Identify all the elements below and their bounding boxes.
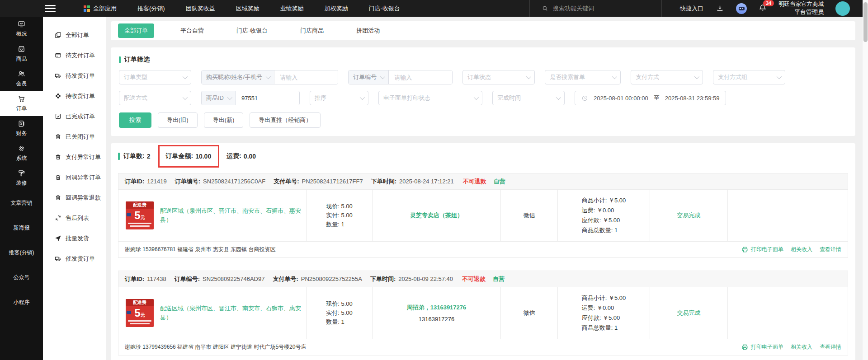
order-menu-callback-abnormal[interactable]: 回调异常订单 — [43, 167, 106, 187]
order-menu-urge-ship[interactable]: 催发货订单 — [43, 248, 106, 269]
shipping-address: 谢婉珍 13799439656 福建省 南平市 建阳区 建宁街道 时代广场5号楼… — [125, 343, 306, 351]
order-menu-aftersale[interactable]: 售后列表 — [43, 208, 106, 228]
topbar-item-all-apps[interactable]: 全部应用 — [84, 5, 117, 13]
pay-method-select[interactable]: 支付方式 — [631, 70, 703, 84]
export-direct-button[interactable]: 导出直推（经销商） — [250, 112, 321, 128]
notifications[interactable]: 34 — [759, 4, 767, 13]
total-qty-line: 商品总数量: 1 — [582, 225, 626, 235]
printer-icon[interactable] — [741, 246, 748, 253]
avatar[interactable] — [835, 1, 850, 16]
tab-store-cashier[interactable]: 门店-收银台 — [230, 23, 274, 38]
sidebar-item-label: 公众号 — [14, 274, 30, 281]
sort-select[interactable]: 排序 — [310, 91, 368, 105]
store-name-link[interactable]: 灵芝专卖店（茶姐） — [410, 211, 463, 220]
buyer-name-link[interactable]: 周招弟，13163917276 — [407, 304, 467, 312]
order-no-field-select[interactable]: 订单编号 — [349, 70, 389, 84]
tab-group-activity[interactable]: 拼团活动 — [350, 23, 386, 38]
payable-line: 应付款: ￥5.00 — [582, 313, 626, 323]
printer-icon[interactable] — [741, 344, 748, 351]
order-type-select[interactable]: 订单类型 — [119, 70, 191, 84]
delivery-select[interactable]: 配送方式 — [119, 91, 191, 105]
sidebar-item-article-marketing[interactable]: 文章营销 — [0, 191, 43, 215]
order-id-label: 订单ID: — [125, 275, 144, 283]
order-menu-pay-abnormal[interactable]: 支付异常订单 — [43, 147, 106, 167]
truck-icon — [55, 255, 61, 262]
first-order-select[interactable]: 是否搜索首单 — [545, 70, 621, 84]
pay-method-label: 支付方式 — [636, 73, 659, 81]
search-input[interactable] — [553, 5, 621, 12]
apps-grid-icon — [84, 5, 90, 12]
order-menu-callback-refund[interactable]: 回调异常退款 — [43, 187, 106, 208]
topbar-item-weighted-reward[interactable]: 加权奖励 — [325, 5, 348, 13]
product-id-input[interactable] — [236, 91, 299, 105]
finish-time-select[interactable]: 完成时间 — [492, 91, 565, 105]
sidebar-item-system[interactable]: 系统 — [0, 141, 43, 166]
hamburger-menu-icon[interactable] — [45, 5, 56, 12]
topbar-item-performance-reward[interactable]: 业绩奖励 — [280, 5, 304, 13]
order-menu-all-orders[interactable]: 全部订单 — [43, 25, 106, 45]
print-eorder-link[interactable]: 打印电子面单 — [751, 246, 783, 253]
related-income-link[interactable]: 相关收入 — [791, 343, 812, 351]
download-icon[interactable] — [715, 4, 724, 13]
order-menu-batch-ship[interactable]: 批量发货 — [43, 228, 106, 248]
sidebar-item-members[interactable]: 会员 — [0, 66, 43, 91]
search-button[interactable]: 搜索 — [119, 112, 151, 128]
product-image-microtext — [128, 223, 151, 224]
sidebar-item-finance[interactable]: 财务 — [0, 116, 43, 141]
view-detail-link[interactable]: 查看详情 — [820, 246, 841, 253]
related-income-link[interactable]: 相关收入 — [791, 246, 812, 253]
order-header: 订单ID: 121419 订单编号: SN250824171256C0AF 支付… — [118, 173, 848, 190]
topbar-item-store-cashier[interactable]: 门店-收银台 — [369, 5, 400, 13]
order-menu-to-ship[interactable]: 待发货订单 — [43, 65, 106, 86]
export-new-button[interactable]: 导出(新) — [204, 112, 244, 128]
sidebar-item-new-poster[interactable]: 新海报 — [0, 215, 43, 240]
pay-method-group-select[interactable]: 支付方式组 — [713, 70, 785, 84]
price-paid: 实付: 5.00 — [326, 211, 353, 220]
product-name-link[interactable]: 配送区域（泉州市区、晋江市、南安市、石狮市、惠安县） — [160, 304, 302, 322]
buyer-field-select[interactable]: 购买昵称/姓名/手机号 — [202, 70, 274, 84]
eorder-print-select[interactable]: 电子面单打印状态 — [378, 91, 482, 105]
topbar-item-region-reward[interactable]: 区域奖励 — [236, 5, 259, 13]
product-image-badge: 配送费 — [126, 201, 154, 209]
freight-line: 运费: ￥0.00 — [582, 206, 626, 215]
tab-store-goods[interactable]: 门店商品 — [294, 23, 330, 38]
tab-platform-self[interactable]: 平台自营 — [174, 23, 210, 38]
date-range-picker[interactable]: 2025-08-01 00:00:00 至 2025-08-31 23:59:5… — [575, 91, 726, 105]
sidebar-item-overview[interactable]: 概况 — [0, 17, 43, 42]
scrollbar-thumb[interactable] — [863, 2, 868, 42]
order-menu-unpaid[interactable]: 待支付订单 — [43, 45, 106, 65]
date-from-value: 2025-08-01 00:00:00 — [594, 95, 648, 102]
view-detail-link[interactable]: 查看详情 — [820, 343, 841, 351]
payable-line: 应付款: ￥5.00 — [582, 215, 626, 225]
order-menu-completed[interactable]: 已完成订单 — [43, 106, 106, 126]
order-time-label: 下单时间: — [370, 275, 396, 283]
sidebar-item-official-account[interactable]: 公众号 — [0, 265, 43, 290]
send-icon — [55, 235, 61, 242]
sidebar-item-decorate[interactable]: 装修 — [0, 166, 43, 191]
eorder-print-label: 电子面单打印状态 — [383, 94, 430, 102]
product-name-link[interactable]: 配送区域（泉州市区、晋江市、南安市、石狮市、惠安县） — [160, 206, 302, 224]
delivery-label: 配送方式 — [124, 94, 147, 102]
order-menu-label: 已完成订单 — [66, 112, 95, 121]
buyer-search-input[interactable] — [274, 70, 338, 84]
product-image-badge: 配送费 — [126, 299, 154, 306]
order-menu-closed[interactable]: 已关闭订单 — [43, 126, 106, 147]
topbar-item-team-reward[interactable]: 团队奖收益 — [186, 5, 215, 13]
quick-entry-link[interactable]: 快捷入口 — [680, 5, 703, 13]
order-no-input[interactable] — [389, 70, 452, 84]
topbar-item-distribution[interactable]: 推客(分销) — [137, 5, 165, 13]
ai-robot-icon[interactable] — [736, 3, 747, 14]
order-menu-label: 待发货订单 — [66, 72, 95, 80]
export-old-button[interactable]: 导出(旧) — [158, 112, 198, 128]
tab-all-orders[interactable]: 全部订单 — [118, 23, 154, 38]
filter-title: 订单筛选 — [119, 56, 846, 64]
sidebar-item-goods[interactable]: 商品 — [0, 42, 43, 66]
product-field-select[interactable]: 商品ID — [202, 91, 236, 105]
order-status-select[interactable]: 订单状态 — [462, 70, 535, 84]
sidebar-item-distribution[interactable]: 推客(分销) — [0, 240, 43, 265]
sidebar-item-orders[interactable]: 订单 — [0, 91, 43, 116]
sidebar-item-mini-program[interactable]: 小程序 — [0, 290, 43, 315]
order-menu-to-receive[interactable]: 待收货订单 — [43, 86, 106, 106]
print-eorder-link[interactable]: 打印电子面单 — [751, 343, 783, 351]
topbar-item-label: 业绩奖励 — [280, 5, 304, 13]
